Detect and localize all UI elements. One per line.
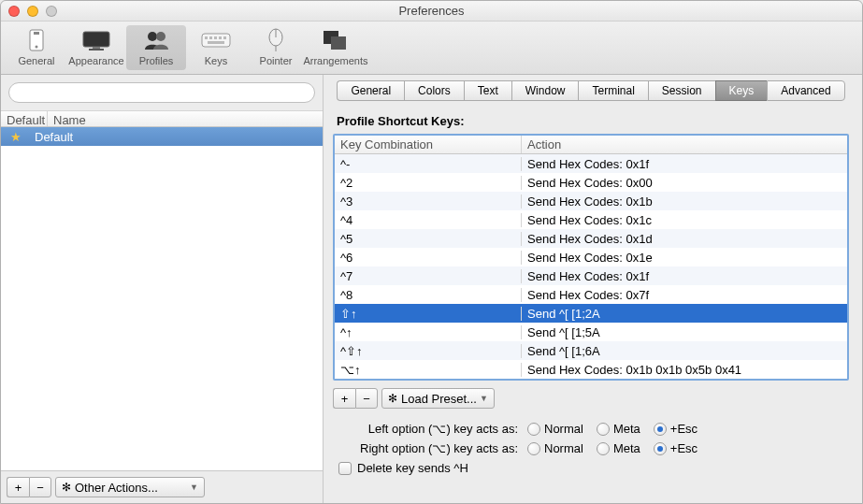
right-esc-radio[interactable]: +Esc: [654, 441, 698, 455]
col-key-combination[interactable]: Key Combination: [335, 136, 522, 153]
tab-general[interactable]: General: [337, 80, 404, 101]
svg-rect-10: [209, 36, 212, 39]
shortcuts-table: Key Combination Action ^-Send Hex Codes:…: [333, 134, 849, 381]
tab-advanced[interactable]: Advanced: [767, 80, 844, 101]
action-cell: Send Hex Codes: 0x1b 0x1b 0x5b 0x41: [522, 363, 847, 377]
gear-icon: ✻: [388, 393, 397, 404]
profile-row[interactable]: ★ Default: [1, 127, 323, 146]
right-option-label: Right option (⌥) key acts as:: [333, 441, 518, 455]
shortcuts-thead: Key Combination Action: [335, 136, 847, 154]
shortcut-keys-title: Profile Shortcut Keys:: [337, 114, 849, 128]
delete-sends-row[interactable]: Delete key sends ^H: [338, 461, 849, 475]
table-row[interactable]: ^2Send Hex Codes: 0x00: [335, 173, 847, 192]
key-cell: ^↑: [335, 325, 522, 339]
toolbar-pointer[interactable]: Pointer: [246, 25, 306, 70]
action-cell: Send ^[ [1;2A: [522, 307, 847, 321]
toolbar-keys[interactable]: Keys: [186, 25, 246, 70]
right-option-row: Right option (⌥) key acts as: Normal Met…: [333, 441, 849, 455]
arrangements-icon: [317, 27, 354, 53]
right-normal-radio[interactable]: Normal: [527, 441, 583, 455]
tab-colors[interactable]: Colors: [404, 80, 464, 101]
svg-point-6: [148, 32, 157, 41]
delete-label: Delete key sends ^H: [357, 461, 468, 475]
right-meta-radio[interactable]: Meta: [597, 441, 640, 455]
table-row[interactable]: ^⇧↑Send ^[ [1;6A: [335, 341, 847, 360]
key-cell: ^-: [335, 157, 522, 171]
body: Default Name ★ Default + − ✻ Other Actio…: [1, 75, 862, 503]
remove-shortcut-button[interactable]: −: [355, 388, 378, 409]
table-row[interactable]: ⌥↑Send Hex Codes: 0x1b 0x1b 0x5b 0x41: [335, 360, 847, 379]
table-row[interactable]: ^5Send Hex Codes: 0x1d: [335, 229, 847, 248]
table-row[interactable]: ^↑Send ^[ [1;5A: [335, 323, 847, 341]
tab-terminal[interactable]: Terminal: [578, 80, 647, 101]
svg-rect-9: [205, 36, 208, 39]
left-option-group: Normal Meta +Esc: [527, 422, 698, 436]
action-cell: Send ^[ [1;5A: [522, 325, 847, 339]
profiles-list[interactable]: ★ Default: [1, 127, 323, 470]
key-cell: ^4: [335, 213, 522, 227]
gear-icon: ✻: [62, 482, 71, 493]
other-actions-menu[interactable]: ✻ Other Actions... ▼: [55, 477, 205, 497]
add-profile-button[interactable]: +: [7, 477, 29, 497]
profile-tabs: General Colors Text Window Terminal Sess…: [333, 80, 849, 101]
delete-checkbox[interactable]: [338, 462, 352, 475]
prefs-toolbar: General Appearance Profiles Keys Pointer: [1, 22, 862, 75]
table-row[interactable]: ^4Send Hex Codes: 0x1c: [335, 210, 847, 229]
chevron-down-icon: ▼: [480, 394, 488, 403]
col-default[interactable]: Default: [1, 111, 48, 126]
table-row[interactable]: ^3Send Hex Codes: 0x1b: [335, 192, 847, 210]
svg-rect-4: [93, 47, 100, 49]
tab-window[interactable]: Window: [511, 80, 579, 101]
key-cell: ^8: [335, 288, 522, 302]
window-title: Preferences: [1, 4, 862, 18]
tab-keys[interactable]: Keys: [715, 80, 768, 101]
titlebar: Preferences: [1, 1, 862, 22]
star-icon: ★: [10, 130, 22, 144]
key-cell: ^2: [335, 176, 522, 190]
remove-profile-button[interactable]: −: [29, 477, 51, 497]
action-cell: Send Hex Codes: 0x1d: [522, 232, 847, 246]
left-normal-radio[interactable]: Normal: [527, 422, 583, 436]
load-preset-label: Load Preset...: [401, 392, 477, 406]
left-option-label: Left option (⌥) key acts as:: [333, 422, 518, 436]
action-cell: Send Hex Codes: 0x1c: [522, 213, 847, 227]
col-name[interactable]: Name: [48, 111, 323, 126]
action-cell: Send Hex Codes: 0x1f: [522, 157, 847, 171]
svg-rect-13: [223, 36, 226, 39]
table-row[interactable]: ⇧↑Send ^[ [1;2A: [335, 304, 847, 323]
left-option-row: Left option (⌥) key acts as: Normal Meta…: [333, 422, 849, 436]
toolbar-arrangements[interactable]: Arrangements: [306, 25, 366, 70]
profiles-icon: [137, 27, 175, 53]
left-esc-radio[interactable]: +Esc: [654, 422, 698, 436]
add-shortcut-button[interactable]: +: [333, 388, 355, 409]
svg-point-7: [156, 32, 165, 41]
svg-rect-5: [89, 49, 104, 50]
table-row[interactable]: ^-Send Hex Codes: 0x1f: [335, 154, 847, 173]
table-row[interactable]: ^8Send Hex Codes: 0x7f: [335, 285, 847, 304]
svg-rect-14: [208, 41, 224, 44]
toolbar-general[interactable]: General: [7, 25, 66, 70]
toolbar-profiles[interactable]: Profiles: [126, 25, 186, 70]
shortcuts-tbody[interactable]: ^-Send Hex Codes: 0x1f^2Send Hex Codes: …: [335, 154, 847, 379]
appearance-icon: [78, 27, 115, 53]
toolbar-appearance[interactable]: Appearance: [66, 25, 126, 70]
tab-text[interactable]: Text: [464, 80, 511, 101]
right-option-group: Normal Meta +Esc: [527, 441, 698, 455]
table-row[interactable]: ^7Send Hex Codes: 0x1f: [335, 266, 847, 285]
key-cell: ^6: [335, 251, 522, 265]
search-input[interactable]: [8, 82, 315, 103]
profiles-header: Default Name: [1, 110, 323, 127]
chevron-down-icon: ▼: [190, 482, 198, 492]
load-preset-menu[interactable]: ✻ Load Preset... ▼: [381, 388, 495, 409]
action-cell: Send Hex Codes: 0x1e: [522, 251, 847, 265]
col-action[interactable]: Action: [522, 136, 847, 153]
svg-rect-3: [83, 32, 109, 47]
left-meta-radio[interactable]: Meta: [597, 422, 640, 436]
key-cell: ^⇧↑: [335, 344, 522, 358]
general-icon: [18, 27, 55, 53]
tab-session[interactable]: Session: [648, 80, 715, 101]
key-cell: ^3: [335, 194, 522, 209]
pointer-icon: [257, 27, 295, 53]
action-cell: Send Hex Codes: 0x1f: [522, 269, 847, 283]
table-row[interactable]: ^6Send Hex Codes: 0x1e: [335, 248, 847, 266]
